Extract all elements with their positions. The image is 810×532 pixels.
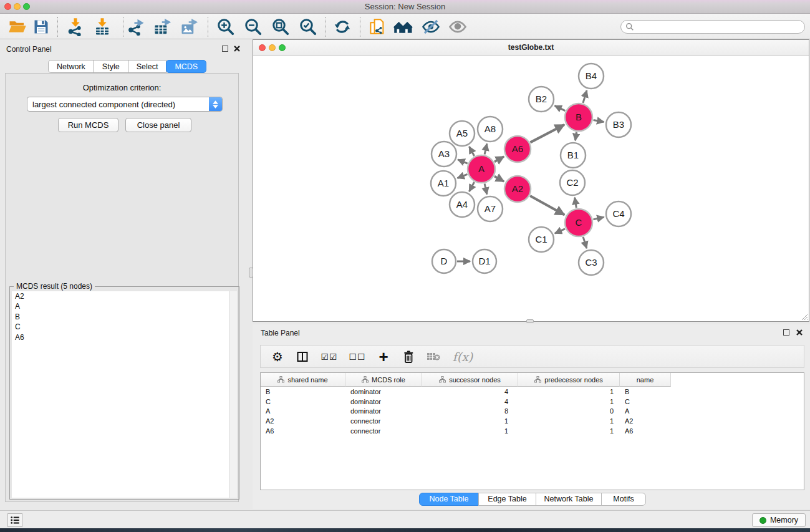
edge-A2-C[interactable] — [530, 196, 564, 215]
memory-button[interactable]: Memory — [752, 513, 806, 527]
edge-A-A8[interactable] — [485, 143, 487, 154]
close-panel-icon[interactable] — [233, 45, 241, 52]
table-row[interactable]: Adominator80A — [261, 407, 804, 417]
edge-A-A5[interactable] — [469, 147, 474, 156]
table-row[interactable]: Cdominator41C — [261, 397, 804, 407]
scrollbar-track[interactable] — [229, 291, 237, 498]
result-item[interactable]: A2 — [12, 291, 237, 301]
result-item[interactable]: B — [12, 312, 237, 322]
horizontal-splitter-handle[interactable] — [526, 319, 534, 323]
edge-A-A6[interactable] — [494, 157, 504, 162]
show-columns-button[interactable] — [294, 349, 311, 365]
tab-network-table[interactable]: Network Table — [536, 493, 602, 506]
edge-B-B4[interactable] — [583, 90, 587, 103]
resize-grip-icon[interactable] — [800, 312, 808, 320]
optimization-criterion-select[interactable]: largest connected component (directed) — [27, 97, 223, 112]
network-graph-canvas[interactable]: B4B2BB3A5A8A6B1A3AC2A1A2A4A7C4CC1C3DD1 — [253, 56, 809, 321]
close-network-window-button[interactable] — [259, 44, 266, 51]
edge-A-A3[interactable] — [458, 160, 467, 163]
import-network-icon — [66, 17, 85, 36]
add-column-button[interactable]: + — [375, 349, 392, 365]
refresh-view-button[interactable] — [331, 16, 354, 38]
column-header-shared-name[interactable]: shared name — [261, 373, 345, 387]
select-all-button[interactable]: ☑☑ — [319, 349, 339, 365]
zoom-out-button[interactable] — [242, 16, 264, 38]
tab-edge-table[interactable]: Edge Table — [478, 493, 536, 506]
export-table-button[interactable] — [152, 16, 174, 38]
vertical-splitter-handle[interactable] — [249, 268, 253, 278]
tab-style[interactable]: Style — [94, 60, 128, 73]
zoom-window-button[interactable] — [23, 3, 30, 10]
node-label-C4: C4 — [612, 208, 624, 219]
tab-motifs[interactable]: Motifs — [601, 493, 646, 506]
edge-C-C4[interactable] — [593, 217, 604, 220]
import-network-button[interactable] — [64, 16, 87, 38]
tab-select[interactable]: Select — [128, 60, 167, 73]
edge-A-A4[interactable] — [469, 182, 474, 191]
table-cell: 1 — [518, 398, 620, 405]
toolbar-separator — [57, 17, 58, 37]
show-eye-button[interactable] — [446, 16, 469, 38]
zoom-network-window-button[interactable] — [279, 44, 286, 51]
export-image-button[interactable] — [178, 16, 201, 38]
node-label-C2: C2 — [566, 177, 578, 188]
edge-C-C3[interactable] — [583, 237, 587, 248]
clone-network-button[interactable] — [366, 16, 388, 38]
toggle-visibility-button[interactable] — [420, 16, 442, 38]
delete-columns-button[interactable] — [400, 349, 417, 365]
column-header-predecessor-nodes[interactable]: predecessor nodes — [518, 373, 620, 387]
minimize-window-button[interactable] — [14, 3, 21, 10]
edge-A6-B[interactable] — [530, 125, 564, 142]
tab-node-table[interactable]: Node Table — [419, 493, 479, 506]
table-row[interactable]: Bdominator41B — [261, 387, 804, 397]
column-header-label: MCDS role — [372, 376, 405, 384]
close-window-button[interactable] — [4, 3, 11, 10]
zoom-fit-button[interactable] — [269, 16, 292, 38]
delete-table-button[interactable] — [425, 349, 441, 365]
edge-B-B1[interactable] — [576, 132, 577, 141]
edge-A-A7[interactable] — [485, 183, 487, 194]
column-header-MCDS-role[interactable]: MCDS role — [345, 373, 422, 387]
result-item[interactable]: C — [12, 322, 237, 332]
home-button[interactable] — [392, 16, 415, 38]
export-image-icon — [180, 17, 199, 36]
zoom-in-button[interactable] — [215, 16, 237, 38]
delete-table-icon — [427, 352, 440, 362]
close-panel-button[interactable]: Close panel — [125, 118, 191, 132]
open-session-button[interactable] — [6, 16, 29, 38]
node-table[interactable]: shared nameMCDS rolesuccessor nodesprede… — [260, 372, 804, 490]
tab-mcds[interactable]: MCDS — [166, 60, 206, 73]
minimize-network-window-button[interactable] — [269, 44, 276, 51]
table-row[interactable]: A6connector11A6 — [261, 426, 804, 436]
run-mcds-button[interactable]: Run MCDS — [58, 118, 118, 132]
deselect-all-button[interactable]: ☐☐ — [348, 349, 367, 365]
edge-C-C1[interactable] — [555, 229, 565, 233]
trash-icon — [402, 350, 415, 364]
function-builder-button[interactable]: f(x) — [450, 349, 475, 365]
table-row[interactable]: A2connector11A2 — [261, 416, 804, 426]
import-table-button[interactable] — [91, 16, 113, 38]
float-panel-icon[interactable] — [222, 46, 228, 52]
close-table-panel-icon[interactable] — [796, 329, 803, 336]
result-item[interactable]: A6 — [12, 332, 237, 342]
column-header-name[interactable]: name — [620, 373, 671, 387]
float-table-panel-icon[interactable] — [783, 329, 789, 336]
edge-B-B2[interactable] — [555, 105, 566, 110]
search-input[interactable] — [620, 20, 805, 34]
save-session-button[interactable] — [30, 16, 52, 38]
zoom-selected-button[interactable] — [297, 16, 319, 38]
column-header-successor-nodes[interactable]: successor nodes — [422, 373, 518, 387]
table-cell: 0 — [518, 407, 620, 415]
edge-B-B3[interactable] — [594, 120, 604, 122]
column-header-label: shared name — [287, 376, 327, 384]
edge-A-A2[interactable] — [494, 177, 504, 181]
edge-C-C2[interactable] — [575, 198, 577, 208]
tab-network[interactable]: Network — [48, 60, 94, 73]
table-mode-button[interactable]: ⚙ — [269, 349, 286, 365]
export-network-button[interactable] — [125, 16, 147, 38]
result-item[interactable]: A — [12, 301, 237, 311]
mcds-result-list[interactable]: A2ABCA6 — [12, 291, 237, 498]
edge-A-A1[interactable] — [457, 174, 467, 178]
task-history-button[interactable] — [7, 513, 22, 527]
node-label-B: B — [576, 112, 582, 122]
